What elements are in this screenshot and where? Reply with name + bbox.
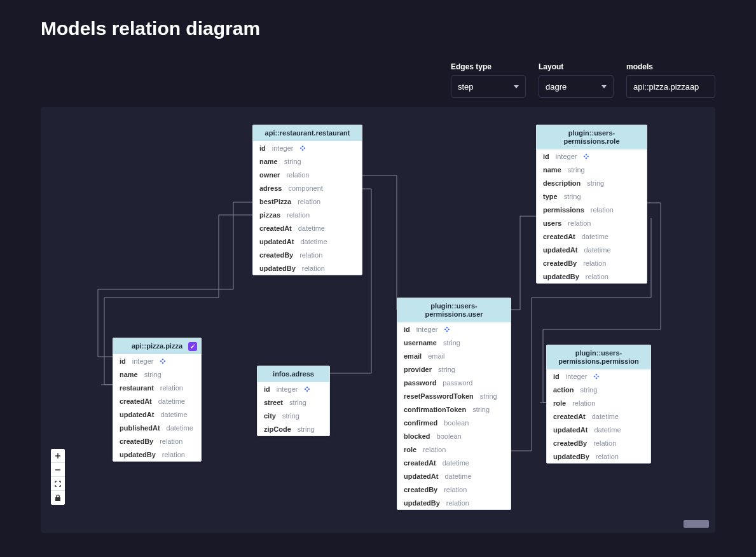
field-name: owner (259, 171, 280, 179)
field-name: updatedAt (543, 246, 577, 254)
field-type: string (438, 366, 455, 373)
field-type: string (282, 412, 299, 420)
field-name: createdBy (120, 437, 153, 445)
fit-view-button[interactable] (51, 477, 65, 491)
field-row: ownerrelation (253, 168, 362, 181)
field-row: idinteger (258, 382, 329, 395)
field-name: id (259, 144, 266, 152)
model-fields-user: idintegerusernamestringemailemailprovide… (397, 322, 511, 509)
field-row: namestring (537, 163, 647, 176)
model-title-user: plugin::users-permissions.user (397, 298, 511, 322)
field-name: updatedBy (259, 265, 296, 272)
field-type: relation (596, 453, 619, 460)
field-type: datetime (300, 238, 327, 245)
field-type: string (144, 371, 162, 378)
field-name: email (404, 352, 422, 360)
field-row: idinteger (253, 141, 362, 155)
field-type: relation (572, 399, 595, 407)
field-row: updatedAtdatetime (547, 423, 650, 436)
model-box-pizza[interactable]: api::pizza.pizza idintegernamestringrest… (113, 338, 202, 462)
field-name: provider (404, 366, 432, 373)
toolbar: Edges type step Layout dagre models api:… (41, 62, 715, 98)
field-name: confirmationToken (404, 406, 466, 413)
field-row: updatedByrelation (253, 261, 362, 275)
field-type: relation (160, 384, 183, 392)
field-name: updatedAt (120, 411, 154, 418)
field-row: createdAtdatetime (537, 230, 647, 243)
field-type: boolean (444, 419, 469, 427)
input-models[interactable]: api::pizza.pizzaap (626, 75, 715, 98)
model-box-user[interactable]: plugin::users-permissions.user idinteger… (397, 298, 511, 510)
field-row: createdByrelation (537, 256, 647, 270)
key-icon (593, 373, 600, 380)
field-name: confirmed (404, 419, 437, 427)
model-title-pizza: api::pizza.pizza (113, 338, 201, 354)
field-type: relation (286, 171, 309, 179)
field-name: restaurant (120, 384, 154, 392)
field-type: relation (160, 437, 182, 445)
field-name: createdAt (553, 413, 586, 420)
select-layout-value: dagre (546, 82, 567, 92)
field-row: rolerelation (547, 396, 650, 409)
field-name: description (543, 179, 581, 187)
field-type: relation (302, 265, 325, 272)
field-row: createdAtdatetime (113, 394, 201, 408)
field-name: id (120, 357, 126, 365)
model-box-role[interactable]: plugin::users-permissions.role idinteger… (536, 125, 647, 284)
control-edges-type: Edges type step (451, 62, 526, 98)
field-type: datetime (592, 413, 619, 420)
edit-icon[interactable] (188, 342, 197, 351)
field-name: updatedBy (120, 451, 156, 458)
diagram-canvas[interactable]: api::restaurant.restaurant idintegername… (41, 107, 715, 533)
field-type: datetime (582, 233, 608, 240)
field-type: relation (299, 251, 322, 259)
chevron-down-icon (514, 85, 519, 88)
select-layout[interactable]: dagre (539, 75, 614, 98)
model-box-permission[interactable]: plugin::users-permissions.permission idi… (546, 345, 651, 464)
attribution-tab[interactable] (684, 520, 709, 528)
model-box-restaurant[interactable]: api::restaurant.restaurant idintegername… (252, 125, 362, 275)
zoom-in-button[interactable] (51, 449, 65, 463)
key-icon (583, 153, 589, 160)
field-name: street (264, 399, 283, 406)
select-edges-type[interactable]: step (451, 75, 526, 98)
field-row: pizzasrelation (253, 208, 362, 221)
field-name: zipCode (264, 425, 291, 433)
field-row: updatedAtdatetime (113, 408, 201, 421)
field-type: datetime (298, 224, 325, 232)
zoom-controls (51, 449, 65, 505)
input-models-value: api::pizza.pizzaap (633, 82, 699, 92)
field-row: confirmedboolean (397, 416, 511, 429)
field-type: integer (556, 153, 577, 160)
field-name: adress (259, 184, 282, 192)
model-fields-permission: idintegeractionstringrolerelationcreated… (547, 369, 650, 463)
field-row: usersrelation (537, 216, 647, 230)
field-row: confirmationTokenstring (397, 402, 511, 416)
field-name: id (553, 373, 560, 380)
lock-button[interactable] (51, 491, 65, 505)
field-name: name (120, 371, 138, 378)
field-row: rolerelation (397, 443, 511, 456)
field-type: datetime (158, 397, 185, 405)
key-icon (444, 326, 450, 333)
field-row: actionstring (547, 383, 650, 396)
field-type: component (288, 184, 322, 192)
field-row: descriptionstring (537, 176, 647, 189)
model-box-adress[interactable]: infos.adress idintegerstreetstringcityst… (257, 366, 330, 436)
field-name: bestPizza (259, 198, 291, 205)
field-type: string (568, 166, 585, 174)
page-title: Models relation diagram (41, 18, 715, 39)
field-row: createdByrelation (253, 248, 362, 261)
field-row: createdByrelation (397, 483, 511, 496)
field-type: relation (446, 499, 469, 507)
field-name: updatedBy (553, 453, 589, 460)
field-name: createdBy (553, 439, 587, 447)
field-name: id (404, 326, 410, 333)
field-row: emailemail (397, 349, 511, 362)
field-type: relation (444, 486, 467, 493)
field-name: createdBy (259, 251, 293, 259)
zoom-out-button[interactable] (51, 463, 65, 477)
field-row: restaurantrelation (113, 381, 201, 394)
field-type: datetime (167, 424, 193, 432)
field-type: string (284, 158, 301, 165)
